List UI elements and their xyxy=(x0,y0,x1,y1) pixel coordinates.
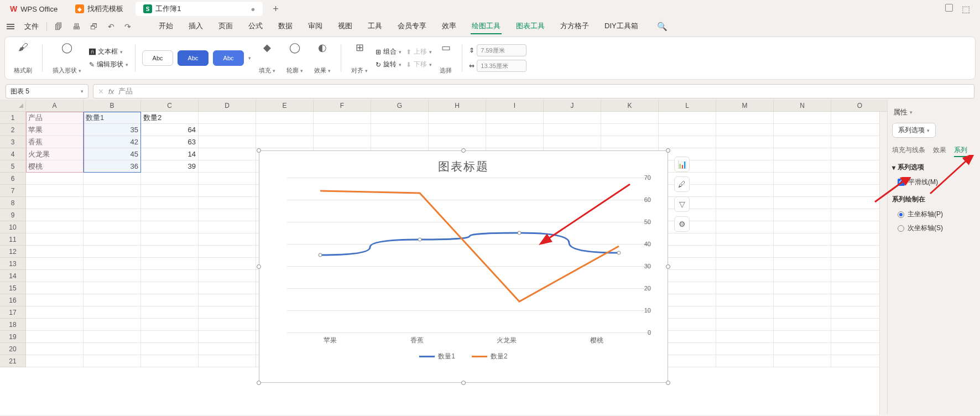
side-tab-series[interactable]: 系列 xyxy=(954,145,967,157)
cell[interactable] xyxy=(199,173,256,185)
cell[interactable] xyxy=(199,136,256,148)
cell[interactable] xyxy=(141,331,199,343)
save-icon[interactable]: 🗐 xyxy=(53,22,65,31)
menu-chart-tools[interactable]: 图表工具 xyxy=(515,19,546,34)
cell[interactable] xyxy=(84,343,141,355)
align-button[interactable]: ⊞对齐 ▾ xyxy=(348,41,371,75)
resize-handle-icon[interactable] xyxy=(666,264,670,269)
col-header[interactable]: N xyxy=(774,100,831,112)
cell[interactable] xyxy=(716,221,774,233)
cell[interactable] xyxy=(774,306,831,319)
cell[interactable] xyxy=(716,306,774,319)
menu-view[interactable]: 视图 xyxy=(337,19,353,34)
cell[interactable] xyxy=(141,233,199,246)
cell[interactable] xyxy=(26,185,84,197)
cell[interactable] xyxy=(831,319,887,331)
cell[interactable] xyxy=(831,112,887,124)
cell[interactable]: 64 xyxy=(141,124,199,136)
cell[interactable] xyxy=(314,136,371,148)
menu-efficiency[interactable]: 效率 xyxy=(441,19,457,34)
cell[interactable] xyxy=(26,331,84,343)
cell[interactable] xyxy=(84,331,141,343)
cell[interactable] xyxy=(141,282,199,294)
primary-axis-radio[interactable]: 主坐标轴(P) xyxy=(892,207,976,221)
resize-handle-icon[interactable] xyxy=(257,381,261,385)
cell[interactable] xyxy=(199,221,256,233)
resize-handle-icon[interactable] xyxy=(461,148,466,153)
cell[interactable] xyxy=(716,319,774,331)
cell[interactable] xyxy=(774,258,831,270)
row-headers[interactable]: 123456789101112131415161718192021 xyxy=(0,112,26,367)
cell[interactable] xyxy=(141,319,199,331)
cell[interactable] xyxy=(774,282,831,294)
cell[interactable]: 数量2 xyxy=(141,112,199,124)
cell[interactable] xyxy=(199,319,256,331)
cell[interactable] xyxy=(716,136,774,148)
row-header[interactable]: 5 xyxy=(0,160,26,173)
cell[interactable] xyxy=(716,148,774,160)
cell[interactable]: 香蕉 xyxy=(26,136,84,148)
cell[interactable] xyxy=(199,258,256,270)
cell[interactable] xyxy=(774,136,831,148)
tab-workbook[interactable]: S 工作簿1 ● xyxy=(135,2,263,16)
cell[interactable] xyxy=(831,282,887,294)
cell[interactable] xyxy=(831,331,887,343)
series-dropdown[interactable]: 系列选项 ▾ xyxy=(892,123,936,138)
cell[interactable] xyxy=(256,124,314,136)
chart-filter-icon[interactable]: ▽ xyxy=(674,196,690,212)
col-header[interactable]: C xyxy=(141,100,199,112)
cell[interactable] xyxy=(84,294,141,306)
cell[interactable] xyxy=(774,319,831,331)
cell[interactable] xyxy=(429,124,486,136)
row-header[interactable]: 21 xyxy=(0,355,26,367)
row-header[interactable]: 14 xyxy=(0,270,26,282)
cell[interactable] xyxy=(601,136,659,148)
fx-icon[interactable]: fx xyxy=(108,87,114,96)
col-headers[interactable]: ABCDEFGHIJKLMNO xyxy=(26,100,887,112)
cell[interactable] xyxy=(774,221,831,233)
cell[interactable] xyxy=(26,270,84,282)
col-header[interactable]: E xyxy=(256,100,314,112)
cell[interactable] xyxy=(429,136,486,148)
cell[interactable] xyxy=(26,246,84,258)
col-header[interactable]: M xyxy=(716,100,774,112)
group-button[interactable]: ⊞ 组合 ▾ xyxy=(376,47,402,56)
cell[interactable] xyxy=(716,209,774,221)
resize-handle-icon[interactable] xyxy=(666,148,670,153)
chart-plot[interactable]: 010203040506070 xyxy=(287,178,651,332)
chart-object[interactable]: 图表标题 010203040506070 苹果香蕉火龙果樱桃 数量1 数量2 📊… xyxy=(259,150,668,383)
cell[interactable] xyxy=(831,343,887,355)
menu-file[interactable]: 文件 xyxy=(22,22,41,32)
fill-button[interactable]: ◆填充 ▾ xyxy=(256,41,279,75)
cell[interactable] xyxy=(544,124,601,136)
cell[interactable] xyxy=(84,270,141,282)
width-input[interactable] xyxy=(477,60,527,72)
outline-button[interactable]: ◯轮廓 ▾ xyxy=(283,41,306,75)
cell[interactable]: 产品 xyxy=(26,112,84,124)
cell[interactable] xyxy=(774,246,831,258)
series-options-section[interactable]: ▾ 系列选项 xyxy=(892,163,976,172)
menu-tools[interactable]: 工具 xyxy=(367,19,383,34)
cell[interactable]: 14 xyxy=(141,148,199,160)
side-tab-fill[interactable]: 填充与线条 xyxy=(892,145,925,157)
cell[interactable]: 火龙果 xyxy=(26,148,84,160)
cell[interactable] xyxy=(774,209,831,221)
cell[interactable] xyxy=(141,173,199,185)
cell[interactable] xyxy=(256,112,314,124)
cell[interactable] xyxy=(774,197,831,209)
cell[interactable] xyxy=(26,355,84,367)
row-header[interactable]: 17 xyxy=(0,306,26,319)
cancel-icon[interactable]: ✕ xyxy=(98,87,104,96)
cell[interactable] xyxy=(831,270,887,282)
cell[interactable] xyxy=(141,355,199,367)
side-tab-effect[interactable]: 效果 xyxy=(933,145,946,157)
move-up-button[interactable]: ⬆ 上移 ▾ xyxy=(406,47,432,56)
cell[interactable] xyxy=(199,148,256,160)
cell[interactable] xyxy=(716,355,774,367)
menu-review[interactable]: 审阅 xyxy=(307,19,324,34)
cell[interactable] xyxy=(26,343,84,355)
cell[interactable]: 39 xyxy=(141,160,199,173)
col-header[interactable]: G xyxy=(371,100,429,112)
cell[interactable] xyxy=(199,112,256,124)
cell[interactable] xyxy=(371,124,429,136)
